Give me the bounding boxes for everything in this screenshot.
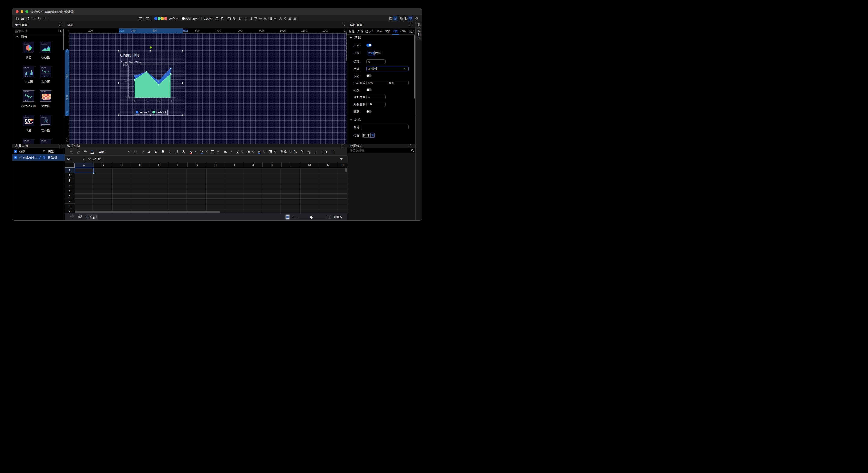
- svg-text:D: D: [169, 99, 172, 103]
- svg-text:C: C: [157, 99, 159, 103]
- svg-text:10: 10: [124, 79, 127, 83]
- svg-text:B: B: [146, 99, 147, 103]
- svg-text:series 2: series 2: [156, 111, 166, 114]
- svg-text:A: A: [133, 99, 135, 103]
- svg-text:.00: .00: [307, 151, 310, 153]
- svg-text:1: 1: [126, 96, 127, 99]
- svg-text:series 1: series 1: [140, 111, 150, 114]
- svg-text:En: En: [401, 19, 403, 20]
- svg-text:.0: .0: [315, 151, 316, 153]
- svg-text:OS: OS: [409, 18, 411, 19]
- svg-text:Chart Title: Chart Title: [120, 53, 140, 57]
- svg-text:100: 100: [123, 63, 127, 66]
- svg-text:文: 文: [406, 18, 407, 20]
